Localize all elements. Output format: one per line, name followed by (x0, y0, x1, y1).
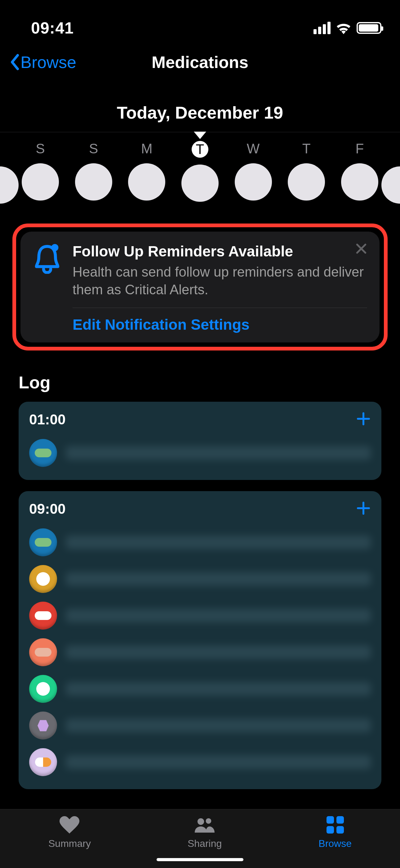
medication-row[interactable] (29, 597, 371, 634)
log-time: 09:00 (29, 500, 66, 517)
date-header: Today, December 19 (0, 102, 400, 123)
week-day-dot (341, 163, 378, 200)
week-day-label: S (89, 141, 98, 156)
status-time: 09:41 (31, 19, 74, 37)
close-icon (355, 243, 367, 254)
week-day-dot (235, 163, 272, 200)
tab-label: Sharing (188, 838, 222, 849)
medication-icon (29, 712, 57, 740)
cellular-icon (313, 22, 331, 34)
medication-row[interactable] (29, 524, 371, 561)
svg-rect-6 (336, 826, 344, 834)
log-time-group: 01:00 (19, 402, 381, 480)
wifi-icon (336, 22, 351, 34)
week-day[interactable]: T (181, 141, 219, 202)
medication-name-redacted (66, 609, 371, 622)
nav-bar: Browse Medications (0, 46, 400, 78)
grid-icon (325, 816, 345, 835)
medication-name-redacted (66, 645, 371, 659)
week-day-label: M (141, 141, 153, 156)
log-section-title: Log (19, 372, 381, 393)
log-section: Log 01:0009:00 (0, 372, 400, 868)
week-day-dot (75, 163, 112, 200)
current-day-marker (0, 132, 206, 139)
close-button[interactable] (355, 243, 367, 256)
medication-name-redacted (66, 719, 371, 732)
week-day-dot (181, 164, 219, 202)
medication-row[interactable] (29, 634, 371, 671)
tab-label: Browse (319, 838, 352, 849)
medication-icon (29, 528, 57, 556)
medication-icon (29, 602, 57, 629)
week-day-dot (22, 163, 59, 200)
week-day[interactable]: S (75, 141, 112, 202)
week-day-label: W (247, 141, 260, 156)
week-day-label: S (36, 141, 45, 156)
svg-point-0 (51, 244, 58, 251)
svg-rect-3 (327, 816, 334, 824)
medication-row[interactable] (29, 744, 371, 780)
svg-rect-5 (327, 826, 334, 834)
medication-icon (29, 638, 57, 666)
add-medication-button[interactable] (356, 501, 371, 517)
tab-browse[interactable]: Browse (319, 816, 352, 849)
people-icon (195, 816, 214, 835)
svg-point-1 (198, 818, 204, 825)
week-day-label: T (192, 141, 208, 158)
log-time-group: 09:00 (19, 491, 381, 789)
medication-row[interactable] (29, 707, 371, 744)
add-medication-button[interactable] (356, 411, 371, 428)
svg-rect-4 (336, 816, 344, 824)
medication-name-redacted (66, 535, 371, 549)
week-day[interactable]: S (22, 141, 59, 202)
week-day[interactable]: F (341, 141, 378, 202)
medication-name-redacted (66, 572, 371, 586)
medication-row[interactable] (29, 561, 371, 597)
notification-title: Follow Up Reminders Available (72, 243, 367, 260)
week-day-label: T (302, 141, 311, 156)
divider (72, 308, 367, 308)
week-day-dot (128, 163, 165, 200)
tab-summary[interactable]: Summary (48, 816, 91, 849)
week-day-label: F (355, 141, 364, 156)
plus-icon (356, 501, 371, 516)
medication-icon (29, 748, 57, 776)
status-indicators (313, 22, 381, 34)
bell-icon (32, 243, 63, 298)
medication-name-redacted (66, 446, 371, 460)
tab-sharing[interactable]: Sharing (188, 816, 222, 849)
highlighted-area: Follow Up Reminders Available Health can… (12, 223, 388, 350)
home-indicator[interactable] (157, 858, 243, 861)
medication-name-redacted (66, 682, 371, 696)
page-title: Medications (152, 53, 248, 72)
back-label: Browse (21, 53, 76, 72)
followup-reminder-card: Follow Up Reminders Available Health can… (21, 231, 379, 342)
battery-icon (357, 22, 381, 34)
svg-point-2 (206, 818, 211, 824)
medication-icon (29, 675, 57, 703)
week-day[interactable]: T (288, 141, 325, 202)
medication-row[interactable] (29, 435, 371, 471)
plus-icon (356, 411, 371, 426)
log-time: 01:00 (29, 411, 66, 428)
week-day[interactable]: M (128, 141, 165, 202)
chevron-left-icon (9, 53, 20, 71)
edit-notification-settings-link[interactable]: Edit Notification Settings (72, 316, 367, 333)
medication-row[interactable] (29, 671, 371, 707)
week-strip[interactable]: SSMTWTF (0, 132, 400, 211)
medication-name-redacted (66, 755, 371, 769)
medication-icon (29, 565, 57, 593)
heart-icon (60, 816, 79, 835)
status-bar: 09:41 (0, 9, 400, 46)
back-button[interactable]: Browse (9, 53, 76, 72)
medication-icon (29, 439, 57, 467)
week-day[interactable]: W (235, 141, 272, 202)
tab-label: Summary (48, 838, 91, 849)
notification-description: Health can send follow up reminders and … (72, 263, 367, 298)
week-day-dot (288, 163, 325, 200)
